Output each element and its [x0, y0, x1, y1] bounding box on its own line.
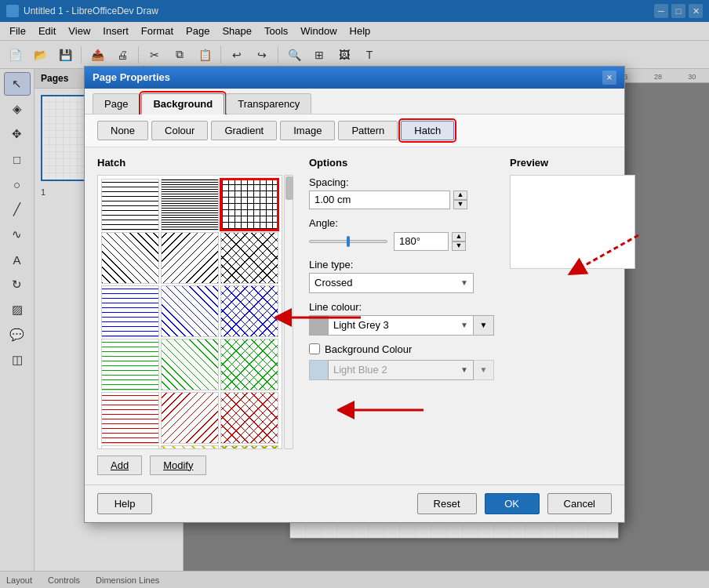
options-title: Options — [309, 157, 494, 169]
spacing-label: Spacing: — [309, 176, 494, 188]
cancel-button[interactable]: Cancel — [547, 493, 612, 514]
tab-page[interactable]: Page — [93, 93, 140, 114]
line-colour-control: Light Grey 3 ▼ ▼ — [309, 315, 494, 336]
hatch-item-8[interactable] — [161, 285, 219, 337]
subtab-image[interactable]: Image — [280, 121, 335, 140]
bg-colour-swatch — [309, 360, 328, 380]
spacing-down-button[interactable]: ▼ — [453, 200, 467, 209]
hatch-item-6[interactable] — [220, 232, 278, 284]
line-colour-row: Line colour: Light Grey 3 ▼ ▼ — [309, 301, 494, 336]
preview-title: Preview — [510, 157, 635, 169]
dialog-overlay: Page Properties × Page Background Transp… — [0, 0, 709, 588]
angle-spinner: ▲ ▼ — [452, 232, 466, 251]
angle-control-row: ▲ ▼ — [309, 232, 494, 251]
options-column: Options Spacing: ▲ ▼ Angle: — [309, 157, 494, 475]
bg-colour-checkbox-row: Background Colour — [309, 343, 494, 355]
hatch-item-9[interactable] — [220, 285, 278, 337]
hatch-section-title: Hatch — [97, 157, 293, 169]
dialog-title: Page Properties — [93, 71, 602, 83]
line-colour-btn[interactable]: ▼ — [474, 315, 494, 336]
hatch-item-11[interactable] — [161, 339, 219, 390]
spacing-spinner: ▲ ▼ — [453, 191, 467, 209]
line-type-label: Line type: — [309, 259, 494, 270]
angle-down-button[interactable]: ▼ — [452, 241, 466, 251]
dialog-body: Hatch — [85, 147, 624, 485]
line-colour-arrow-icon: ▼ — [460, 321, 468, 329]
angle-input[interactable] — [394, 232, 449, 251]
spacing-input[interactable] — [309, 191, 450, 209]
subtabs-row: None Colour Gradient Image Pattern Hatch — [85, 114, 624, 147]
preview-box — [510, 175, 635, 269]
dialog-titlebar: Page Properties × — [85, 67, 624, 89]
bg-colour-label: Background Colour — [325, 343, 412, 355]
hatch-modify-button[interactable]: Modify — [150, 456, 206, 475]
hatch-item-7[interactable] — [101, 285, 159, 337]
hatch-item-4[interactable] — [101, 232, 159, 284]
help-button[interactable]: Help — [97, 493, 152, 514]
hatch-add-button[interactable]: Add — [97, 456, 142, 475]
tab-transparency[interactable]: Transparency — [226, 93, 311, 114]
reset-button[interactable]: Reset — [417, 493, 477, 514]
subtab-gradient[interactable]: Gradient — [211, 121, 277, 140]
page-properties-dialog: Page Properties × Page Background Transp… — [84, 66, 625, 523]
line-type-value: Crossed — [315, 277, 352, 289]
line-type-row: Line type: Crossed ▼ — [309, 259, 494, 293]
angle-slider-track[interactable] — [309, 240, 387, 243]
line-type-arrow-icon: ▼ — [460, 278, 468, 287]
hatch-item-1[interactable] — [101, 179, 159, 230]
line-colour-swatch — [309, 315, 328, 336]
angle-up-button[interactable]: ▲ — [452, 232, 466, 241]
ok-button[interactable]: OK — [485, 493, 540, 514]
hatch-item-18[interactable] — [220, 445, 278, 449]
hatch-item-12[interactable] — [220, 339, 278, 390]
bg-colour-arrow-icon: ▼ — [460, 365, 468, 374]
hatch-item-10[interactable] — [101, 339, 159, 390]
footer-left: Help — [97, 493, 409, 514]
hatch-item-15[interactable] — [220, 392, 278, 444]
angle-input-row: ▲ ▼ — [394, 232, 466, 251]
spacing-input-row: ▲ ▼ — [309, 191, 494, 209]
hatch-column: Hatch — [97, 157, 293, 475]
bg-colour-checkbox[interactable] — [309, 343, 320, 354]
dialog-close-button[interactable]: × — [602, 71, 616, 85]
dialog-footer: Help Reset OK Cancel — [85, 485, 624, 522]
angle-label: Angle: — [309, 217, 494, 229]
line-type-dropdown[interactable]: Crossed ▼ — [309, 273, 474, 293]
preview-column: Preview — [510, 157, 635, 475]
hatch-item-3[interactable] — [220, 179, 278, 230]
angle-row: Angle: ▲ ▼ — [309, 217, 494, 251]
subtab-pattern[interactable]: Pattern — [338, 121, 398, 140]
spacing-up-button[interactable]: ▲ — [453, 191, 467, 200]
hatch-item-17[interactable] — [161, 445, 219, 449]
subtab-colour[interactable]: Colour — [151, 121, 208, 140]
hatch-grid — [97, 175, 282, 449]
bg-colour-control: Light Blue 2 ▼ ▼ — [309, 360, 494, 380]
bg-colour-btn: ▼ — [474, 360, 494, 380]
bg-colour-dropdown: Light Blue 2 ▼ — [328, 360, 474, 380]
angle-slider-thumb[interactable] — [347, 236, 350, 247]
line-colour-dropdown[interactable]: Light Grey 3 ▼ — [328, 315, 474, 336]
line-colour-value: Light Grey 3 — [333, 319, 389, 331]
subtab-hatch[interactable]: Hatch — [401, 121, 454, 140]
hatch-item-5[interactable] — [161, 232, 219, 284]
hatch-item-13[interactable] — [101, 392, 159, 444]
dialog-tabs: Page Background Transparency — [85, 89, 624, 114]
subtab-none[interactable]: None — [97, 121, 148, 140]
hatch-actions: Add Modify — [97, 456, 293, 475]
tab-background[interactable]: Background — [141, 93, 224, 114]
hatch-item-14[interactable] — [161, 392, 219, 444]
hatch-item-2[interactable] — [161, 179, 219, 230]
line-colour-label: Line colour: — [309, 301, 494, 313]
hatch-item-16[interactable] — [101, 445, 159, 449]
spacing-row: Spacing: ▲ ▼ — [309, 176, 494, 209]
bg-colour-value: Light Blue 2 — [333, 364, 387, 376]
